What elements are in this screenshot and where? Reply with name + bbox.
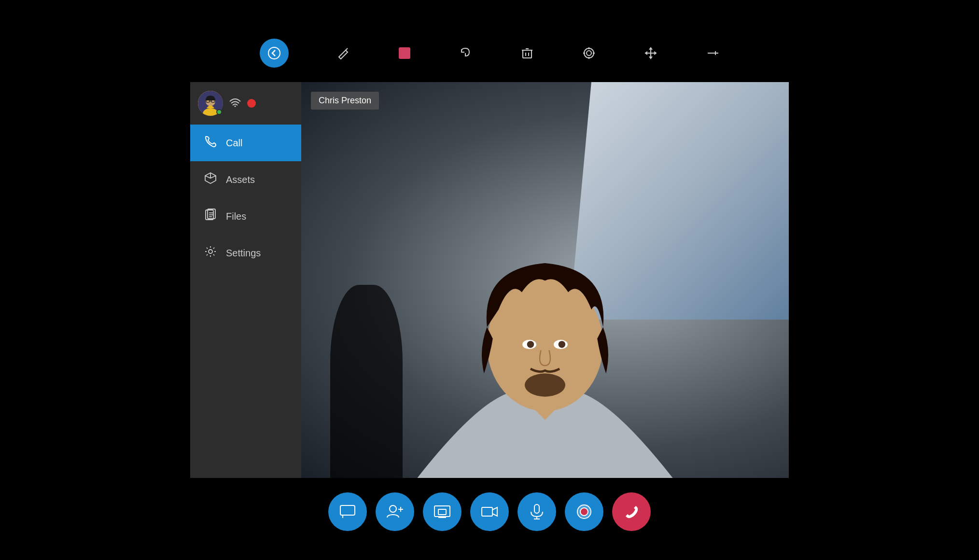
sidebar-call-label: Call — [226, 138, 242, 149]
video-button[interactable] — [470, 492, 509, 531]
caller-name: Chris Preston — [319, 96, 371, 105]
end-call-button[interactable] — [612, 492, 651, 531]
svg-point-38 — [559, 341, 565, 348]
svg-rect-48 — [534, 504, 539, 513]
move-icon[interactable] — [644, 46, 657, 60]
target-icon[interactable] — [582, 46, 596, 60]
video-area: Chris Preston — [301, 82, 789, 478]
svg-line-1 — [346, 48, 348, 50]
call-icon — [204, 135, 217, 151]
mute-button[interactable] — [517, 492, 556, 531]
svg-rect-2 — [523, 50, 531, 58]
sidebar-item-call[interactable]: Call — [190, 125, 301, 161]
assets-icon — [204, 172, 217, 187]
back-button[interactable] — [260, 39, 289, 68]
sidebar-assets-label: Assets — [226, 174, 255, 185]
toolbar — [0, 29, 979, 82]
record-button[interactable] — [565, 492, 603, 531]
svg-rect-47 — [482, 507, 492, 516]
sidebar-settings-label: Settings — [226, 248, 261, 259]
svg-point-7 — [584, 48, 594, 58]
svg-point-0 — [268, 47, 280, 59]
delete-icon[interactable] — [520, 46, 534, 60]
svg-rect-39 — [340, 505, 355, 515]
chat-button[interactable] — [328, 492, 367, 531]
color-picker-icon[interactable] — [399, 47, 410, 59]
add-person-button[interactable] — [376, 492, 414, 531]
pin-icon[interactable] — [706, 46, 719, 60]
signal-icon — [229, 98, 241, 110]
sidebar-files-label: Files — [226, 211, 246, 222]
sidebar-item-files[interactable]: Files — [190, 198, 301, 235]
svg-point-30 — [209, 250, 212, 253]
online-status-dot — [216, 109, 222, 115]
caller-name-badge: Chris Preston — [311, 92, 379, 110]
sidebar-header — [190, 82, 301, 125]
sidebar-item-assets[interactable]: Assets — [190, 161, 301, 198]
files-icon — [204, 209, 217, 224]
svg-point-34 — [525, 374, 565, 397]
pen-icon[interactable] — [337, 46, 350, 60]
recording-indicator — [247, 99, 256, 108]
sidebar-item-settings[interactable]: Settings — [190, 235, 301, 271]
header-icons — [229, 98, 256, 110]
bottom-controls — [328, 492, 651, 531]
svg-rect-46 — [438, 509, 446, 515]
svg-point-8 — [587, 51, 591, 56]
sidebar: Call Assets File — [190, 82, 301, 478]
main-area: Call Assets File — [190, 82, 789, 478]
avatar — [198, 91, 223, 116]
svg-point-37 — [527, 341, 534, 348]
svg-point-52 — [580, 508, 588, 516]
share-screen-button[interactable] — [423, 492, 462, 531]
svg-rect-26 — [208, 209, 215, 219]
undo-icon[interactable] — [459, 46, 472, 60]
settings-icon — [204, 245, 217, 261]
video-background — [301, 82, 789, 478]
svg-point-40 — [390, 505, 396, 512]
